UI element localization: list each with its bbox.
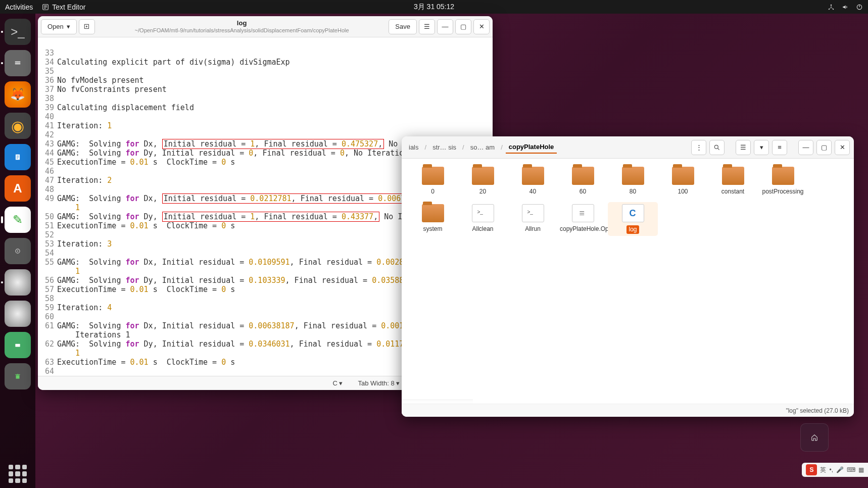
title-block: log ~/OpenFOAM/mtl-9/run/tutorials/stres… — [97, 19, 387, 34]
svg-point-1 — [831, 4, 832, 5]
crumb-4[interactable]: copyPlateHole — [506, 141, 557, 154]
lang-selector[interactable]: C ▾ — [332, 379, 343, 387]
window-title: log — [97, 19, 387, 27]
file-allclean[interactable]: Allclean — [458, 202, 508, 236]
file-copyplatehole[interactable]: copyPlateHole.OpenFOAM — [558, 202, 608, 236]
editor-header: Open▾ log ~/OpenFOAM/mtl-9/run/tutorials… — [38, 16, 493, 37]
files-header: ials/ str… sis/ so… am/ copyPlateHole ⋮ … — [402, 136, 854, 159]
text-editor-icon — [42, 4, 49, 11]
window-path: ~/OpenFOAM/mtl-9/run/tutorials/stressAna… — [97, 27, 387, 34]
folder-constant[interactable]: constant — [708, 165, 758, 198]
ime-grid-icon[interactable]: ▦ — [858, 466, 864, 473]
files-hamburger-button[interactable]: ≡ — [772, 140, 787, 155]
volume-icon[interactable] — [842, 4, 849, 11]
ime-mic-icon[interactable]: 🎤 — [836, 466, 844, 473]
ime-keyboard-icon[interactable]: ⌨ — [847, 466, 855, 473]
files-window: ials/ str… sis/ so… am/ copyPlateHole ⋮ … — [402, 136, 854, 417]
file-allrun[interactable]: Allrun — [508, 202, 558, 236]
svg-point-3 — [833, 8, 834, 9]
minimize-button[interactable]: — — [437, 19, 453, 34]
dock-trash[interactable] — [5, 363, 31, 389]
folder-20[interactable]: 20 — [458, 165, 508, 198]
files-close-button[interactable]: ✕ — [835, 140, 850, 155]
svg-rect-6 — [15, 63, 21, 64]
dock-drive[interactable] — [5, 332, 31, 358]
topbar: Activities Text Editor 3月 31 05:12 — [0, 0, 868, 14]
svg-rect-10 — [15, 344, 20, 347]
tabwidth-selector[interactable]: Tab Width: 8 ▾ — [358, 379, 400, 387]
open-button[interactable]: Open▾ — [41, 19, 77, 34]
svg-point-9 — [17, 251, 18, 252]
folder-0[interactable]: 0 — [408, 165, 458, 198]
sogou-icon: S — [806, 464, 817, 475]
svg-point-12 — [714, 145, 718, 149]
view-dropdown-button[interactable]: ▾ — [754, 140, 769, 155]
hamburger-button[interactable]: ☰ — [419, 19, 435, 34]
datetime[interactable]: 3月 31 05:12 — [414, 3, 454, 12]
view-list-button[interactable]: ☰ — [736, 140, 751, 155]
activities-button[interactable]: Activities — [5, 3, 33, 11]
current-app[interactable]: Text Editor — [42, 3, 85, 11]
dock-files[interactable] — [5, 50, 31, 76]
crumb-2[interactable]: str… sis — [429, 141, 459, 153]
dock-libreoffice-writer[interactable] — [5, 144, 31, 170]
folder-60[interactable]: 60 — [558, 165, 608, 198]
new-tab-button[interactable] — [79, 19, 95, 34]
svg-rect-5 — [15, 62, 21, 63]
folder-postprocessing[interactable]: postProcessing — [758, 165, 808, 198]
save-button[interactable]: Save — [389, 19, 417, 34]
files-statusbar: "log" selected (27.0 kB) — [402, 404, 854, 417]
dock-text-editor[interactable]: ✎ — [5, 207, 31, 233]
dock-ubuntu-software[interactable]: A — [5, 175, 31, 202]
dock: >_ 🦊 ◉ A ✎ — [0, 14, 35, 488]
maximize-button[interactable]: ▢ — [455, 19, 471, 34]
dock-rhythmbox[interactable]: ◉ — [5, 113, 31, 139]
power-icon[interactable] — [856, 4, 863, 11]
close-button[interactable]: ✕ — [473, 19, 490, 34]
folder-80[interactable]: 80 — [608, 165, 658, 198]
file-log[interactable]: log — [608, 202, 658, 236]
dock-terminal[interactable]: >_ — [5, 19, 31, 45]
desktop-home-icon[interactable] — [800, 423, 829, 452]
dock-disc-1[interactable] — [5, 269, 31, 296]
files-minimize-button[interactable]: — — [798, 140, 813, 155]
path-menu-button[interactable]: ⋮ — [691, 140, 706, 155]
folder-system[interactable]: system — [408, 202, 458, 236]
ime-lang: 英 — [820, 466, 826, 474]
ime-sep-1: •, — [829, 466, 833, 473]
chevron-down-icon: ▾ — [67, 23, 70, 30]
dock-settings[interactable] — [5, 238, 31, 264]
dock-firefox[interactable]: 🦊 — [5, 81, 31, 108]
svg-point-2 — [829, 8, 830, 9]
network-icon[interactable] — [828, 4, 835, 11]
search-button[interactable] — [709, 140, 725, 155]
ime-panel[interactable]: S 英 •, 🎤 ⌨ ▦ — [802, 463, 868, 477]
dock-disc-2[interactable] — [5, 301, 31, 327]
folder-100[interactable]: 100 — [658, 165, 708, 198]
files-maximize-button[interactable]: ▢ — [816, 140, 832, 155]
folder-40[interactable]: 40 — [508, 165, 558, 198]
files-body[interactable]: 0 20 40 60 80 100 constant postProcessin… — [402, 159, 854, 404]
dock-apps-grid[interactable] — [9, 465, 27, 483]
crumb-1[interactable]: ials — [406, 141, 422, 153]
crumb-3[interactable]: so… am — [467, 141, 498, 153]
